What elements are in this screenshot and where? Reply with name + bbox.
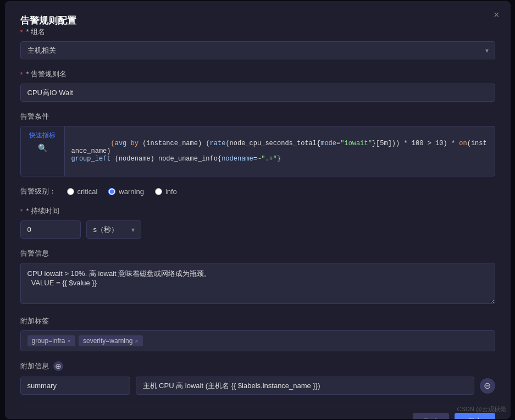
extra-info-section: 附加信息 ⊕ ⊖ <box>20 361 495 395</box>
expr-text[interactable]: (avg by (instance_name) (rate(node_cpu_s… <box>65 126 495 176</box>
tags-container: group=infra × severity=warning × <box>20 330 495 351</box>
remove-extra-info-row-0-button[interactable]: ⊖ <box>480 378 495 394</box>
severity-section: 告警级别： critical warning info <box>20 186 495 196</box>
alert-info-label: 告警信息 <box>20 248 495 258</box>
modal-dialog: 告警规则配置 × * * 组名 主机相关 服务相关 数据库相关 ▾ * * 告警… <box>5 1 511 419</box>
quick-indicator-label[interactable]: 快速指标 <box>29 131 56 140</box>
tag-group-infra-remove[interactable]: × <box>68 338 71 344</box>
severity-info-radio[interactable] <box>155 188 162 195</box>
tag-group-infra-text: group=infra <box>32 337 65 345</box>
rule-name-label: * * 告警规则名 <box>20 69 495 79</box>
duration-input[interactable] <box>20 220 81 239</box>
extra-info-value-0[interactable] <box>136 377 474 395</box>
severity-critical-option[interactable]: critical <box>67 187 98 196</box>
duration-unit-select[interactable]: s（秒） m（分） h（时） <box>86 220 141 239</box>
duration-label: * * 持续时间 <box>20 206 495 216</box>
close-button[interactable]: × <box>494 10 500 20</box>
expr-container: 快速指标 🔍 (avg by (instance_name) (rate(nod… <box>20 126 495 176</box>
extra-info-label: 附加信息 <box>20 361 49 371</box>
extra-tags-label: 附加标签 <box>20 316 495 326</box>
alert-info-textarea[interactable]: CPU iowait > 10%. 高 iowait 意味着磁盘或网络成为瓶颈。… <box>20 263 495 304</box>
group-section: * * 组名 主机相关 服务相关 数据库相关 ▾ <box>20 27 495 59</box>
extra-info-key-0[interactable] <box>20 377 130 395</box>
duration-row: s（秒） m（分） h（时） ▾ <box>20 220 495 239</box>
extra-info-header: 附加信息 ⊕ <box>20 361 495 371</box>
severity-label: 告警级别： <box>20 186 56 196</box>
tag-severity-warning-remove[interactable]: × <box>135 338 138 344</box>
severity-info-option[interactable]: info <box>155 187 177 196</box>
group-label: * * 组名 <box>20 27 495 37</box>
modal-title: 告警规则配置 <box>20 15 76 26</box>
group-select-wrapper: 主机相关 服务相关 数据库相关 ▾ <box>20 41 495 59</box>
rule-name-section: * * 告警规则名 <box>20 69 495 102</box>
rule-name-input[interactable] <box>20 84 495 102</box>
extra-info-row-0: ⊖ <box>20 377 495 395</box>
severity-info-label: info <box>165 187 177 196</box>
extra-tags-section: 附加标签 group=infra × severity=warning × <box>20 316 495 351</box>
quick-indicator-sidebar: 快速指标 🔍 <box>21 126 65 176</box>
duration-unit-wrapper: s（秒） m（分） h（时） ▾ <box>86 220 141 239</box>
save-button[interactable]: 保存 <box>455 413 495 419</box>
modal-overlay: 告警规则配置 × * * 组名 主机相关 服务相关 数据库相关 ▾ * * 告警… <box>0 0 515 420</box>
severity-critical-radio[interactable] <box>67 188 74 195</box>
condition-section: 告警条件 快速指标 🔍 (avg by (instance_name) (rat… <box>20 112 495 176</box>
severity-group: 告警级别： critical warning info <box>20 186 495 196</box>
add-extra-info-button[interactable]: ⊕ <box>53 361 63 371</box>
severity-warning-option[interactable]: warning <box>108 187 144 196</box>
group-select[interactable]: 主机相关 服务相关 数据库相关 <box>20 41 495 59</box>
condition-label: 告警条件 <box>20 112 495 121</box>
tag-severity-warning: severity=warning × <box>79 335 143 346</box>
severity-warning-label: warning <box>119 187 144 196</box>
footer: 取消 保存 <box>20 406 495 419</box>
severity-warning-radio[interactable] <box>108 188 115 195</box>
tag-severity-warning-text: severity=warning <box>83 337 132 345</box>
alert-info-section: 告警信息 CPU iowait > 10%. 高 iowait 意味着磁盘或网络… <box>20 248 495 306</box>
quick-indicator-icon[interactable]: 🔍 <box>38 143 47 152</box>
duration-section: * * 持续时间 s（秒） m（分） h（时） ▾ <box>20 206 495 239</box>
cancel-button[interactable]: 取消 <box>413 413 449 419</box>
severity-critical-label: critical <box>77 187 98 196</box>
tag-group-infra: group=infra × <box>27 335 75 346</box>
